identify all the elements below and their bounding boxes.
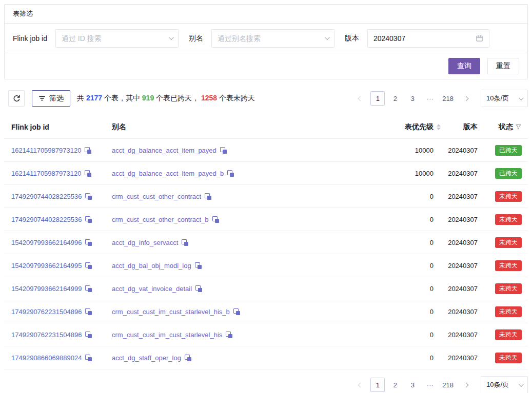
funnel-filter-icon[interactable]	[515, 123, 522, 130]
table-row: 1749290744028225536 crm_cust_cust_other_…	[4, 185, 528, 208]
copy-icon[interactable]	[212, 216, 219, 223]
alias-link[interactable]: crm_cust_cust_im_cust_starlevel_his_b	[112, 308, 230, 316]
version-label: 版本	[345, 34, 359, 43]
job-id-link[interactable]: 1542097993662164995	[11, 262, 82, 270]
alias-select[interactable]	[211, 29, 334, 48]
pagination-next-button[interactable]	[459, 378, 473, 392]
table-row: 1542097993662164995 acct_dg_bal_obj_modi…	[4, 254, 528, 277]
copy-icon[interactable]	[226, 332, 232, 338]
copy-icon[interactable]	[220, 147, 227, 154]
refresh-icon	[13, 95, 21, 102]
pagination-page-1[interactable]: 1	[370, 91, 385, 106]
copy-icon[interactable]	[85, 216, 92, 223]
copy-icon[interactable]	[85, 193, 92, 200]
copy-icon[interactable]	[85, 262, 92, 269]
copy-icon[interactable]	[85, 355, 92, 361]
pagination-top: 1 2 3 ··· 218 10条/页	[351, 90, 528, 107]
filter-card: 表筛选 Flink job id 别名 版本 查询 重置	[4, 4, 528, 79]
page-size-value: 10条/页	[486, 94, 509, 103]
copy-icon[interactable]	[85, 147, 91, 154]
alias-link[interactable]: crm_cust_cust_im_cust_starlevel_his	[112, 331, 222, 339]
pagination-page-2[interactable]: 2	[388, 91, 402, 106]
copy-icon[interactable]	[85, 308, 92, 315]
column-header-priority: 表优先级	[405, 122, 434, 132]
priority-value: 10000	[359, 170, 441, 177]
copy-icon[interactable]	[185, 355, 191, 361]
pagination-prev-button[interactable]	[353, 91, 367, 106]
query-button[interactable]: 查询	[448, 58, 480, 74]
alias-link[interactable]: crm_cust_cust_other_contract_b	[112, 216, 209, 223]
copy-icon[interactable]	[233, 308, 240, 315]
page-size-select[interactable]: 10条/页	[481, 376, 528, 393]
alias-link[interactable]: acct_dg_vat_invoice_detail	[112, 285, 192, 293]
alias-link[interactable]: acct_dg_balance_acct_item_payed_b	[112, 170, 224, 177]
alias-link[interactable]: crm_cust_cust_other_contract	[112, 193, 201, 200]
alias-input[interactable]	[218, 34, 321, 43]
copy-icon[interactable]	[205, 193, 211, 200]
job-id-link[interactable]: 1621411705987973120	[11, 170, 81, 177]
table-summary: 共 2177 个表，其中 919 个表已跨天， 1258 个表未跨天	[77, 94, 255, 103]
priority-value: 0	[359, 308, 441, 316]
flink-job-id-select[interactable]	[55, 29, 179, 48]
copy-icon[interactable]	[195, 262, 202, 269]
calendar-icon[interactable]	[476, 34, 483, 42]
summary-crossed-count: 919	[142, 94, 154, 102]
alias-link[interactable]: acct_dg_balance_acct_item_payed	[112, 147, 216, 154]
job-id-link[interactable]: 1542097993662164999	[11, 285, 82, 293]
chevron-left-icon	[358, 382, 363, 387]
copy-icon[interactable]	[85, 285, 92, 292]
version-date-input[interactable]	[373, 34, 471, 43]
filter-toggle-button[interactable]: 筛选	[32, 90, 70, 107]
pagination-page-3[interactable]: 3	[405, 378, 420, 392]
job-id-link[interactable]: 1749290866069889024	[11, 354, 82, 362]
job-id-link[interactable]: 1621411705987973120	[11, 147, 81, 154]
pagination-bottom-wrapper: 1 2 3 ··· 218 10条/页	[4, 376, 528, 393]
page-size-select[interactable]: 10条/页	[481, 90, 528, 107]
pagination-page-3[interactable]: 3	[405, 91, 420, 106]
status-badge: 未跨天	[495, 214, 522, 225]
pagination-page-1[interactable]: 1	[370, 378, 385, 392]
version-date-picker[interactable]	[367, 29, 489, 48]
job-id-link[interactable]: 1749290762231504896	[11, 331, 82, 339]
copy-icon[interactable]	[85, 332, 92, 338]
priority-value: 10000	[359, 147, 441, 154]
copy-icon[interactable]	[227, 170, 234, 177]
column-header-status: 状态	[499, 122, 513, 132]
status-badge: 未跨天	[495, 237, 522, 248]
job-id-link[interactable]: 1542097993662164996	[11, 239, 82, 246]
reset-button[interactable]: 重置	[487, 58, 519, 74]
version-value: 20240307	[441, 354, 478, 362]
pagination-next-button[interactable]	[459, 91, 473, 106]
status-badge: 未跨天	[495, 353, 522, 363]
table-row: 1749290762231504896 crm_cust_cust_im_cus…	[4, 300, 528, 323]
table-toolbar: 筛选 共 2177 个表，其中 919 个表已跨天， 1258 个表未跨天 1 …	[8, 90, 528, 107]
table-row: 1621411705987973120 acct_dg_balance_acct…	[4, 162, 528, 185]
refresh-button[interactable]	[8, 90, 25, 107]
sort-icon[interactable]	[437, 124, 441, 130]
table-header-row: Flink job id 别名 表优先级 版本 状态	[4, 115, 528, 139]
summary-uncrossed-count: 1258	[201, 94, 217, 102]
page-size-value: 10条/页	[486, 380, 509, 389]
job-id-link[interactable]: 1749290762231504896	[11, 308, 82, 316]
job-id-link[interactable]: 1749290744028225536	[11, 216, 82, 223]
alias-link[interactable]: acct_dg_bal_obj_modi_log	[112, 262, 191, 270]
flink-job-id-input[interactable]	[62, 34, 165, 43]
chevron-down-icon	[325, 35, 330, 40]
pagination-page-last[interactable]: 218	[440, 91, 456, 106]
table-row: 1749290762231504896 crm_cust_cust_im_cus…	[4, 323, 528, 346]
copy-icon[interactable]	[85, 170, 91, 177]
alias-link[interactable]: acct_dg_staff_oper_log	[112, 354, 181, 362]
alias-link[interactable]: acct_dg_info_servacct	[112, 239, 178, 246]
pagination-bottom: 1 2 3 ··· 218 10条/页	[351, 376, 528, 393]
filter-lines-icon	[38, 95, 46, 102]
pagination-prev-button[interactable]	[353, 378, 367, 392]
version-value: 20240307	[441, 331, 478, 339]
copy-icon[interactable]	[85, 239, 92, 246]
pagination-ellipsis: ···	[423, 378, 437, 392]
pagination-page-last[interactable]: 218	[440, 378, 456, 392]
pagination-page-2[interactable]: 2	[388, 378, 402, 392]
job-id-link[interactable]: 1749290744028225536	[11, 193, 82, 200]
summary-text: 个表已跨天，	[154, 94, 201, 102]
copy-icon[interactable]	[182, 239, 188, 246]
copy-icon[interactable]	[195, 285, 202, 292]
